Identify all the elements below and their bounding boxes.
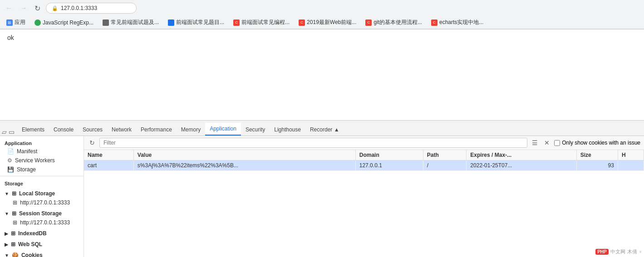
bookmarks-bar: ⊞ 应用 JavaScript RegExp... 常见前端面试题及... 前端… <box>0 16 644 29</box>
local-http-icon: ⊞ <box>13 199 17 206</box>
jsregexp-icon <box>34 19 41 26</box>
tab-console[interactable]: Console <box>49 124 78 136</box>
bookmark-jsregexp[interactable]: JavaScript RegExp... <box>32 19 96 27</box>
table-row[interactable]: cart s%3Aj%3A%7B%22items%22%3A%5B... 127… <box>84 160 644 171</box>
sidebar-group-local-storage-title[interactable]: ▼ ⊞ Local Storage <box>0 189 84 198</box>
sidebar-group-indexeddb: ▶ ⊞ IndexedDB <box>0 229 84 238</box>
tab-lighthouse[interactable]: Lighthouse <box>270 124 305 136</box>
cookies-group-icon: 🍪 <box>12 252 19 257</box>
tab-recorder[interactable]: Recorder ▲ <box>305 124 344 136</box>
only-issues-checkbox[interactable] <box>554 140 560 146</box>
web2019-icon: C <box>299 19 305 26</box>
indexeddb-icon: ⊞ <box>11 230 15 237</box>
session-http-icon: ⊞ <box>13 219 17 226</box>
sidebar-item-manifest[interactable]: 📄 Manifest <box>0 147 84 156</box>
col-expires[interactable]: Expires / Max-... <box>467 150 576 160</box>
session-storage-label: Session Storage <box>19 210 62 217</box>
websql-icon: ⊞ <box>11 241 15 247</box>
table-header-row: Name Value Domain Path Expires / Max-...… <box>84 150 644 160</box>
cell-path: / <box>423 160 467 171</box>
col-name[interactable]: Name <box>84 150 133 160</box>
forward-button[interactable]: → <box>18 3 29 13</box>
sidebar-item-storage-top[interactable]: 💾 Storage <box>0 165 84 174</box>
websql-expand-icon: ▶ <box>5 242 8 247</box>
lock-icon: 🔒 <box>52 5 58 11</box>
col-size[interactable]: Size <box>576 150 618 160</box>
inspect-icon[interactable]: ▱ <box>2 128 7 136</box>
page-content: ok <box>0 29 644 120</box>
sidebar-section-application: Application <box>0 138 84 147</box>
filter-input[interactable] <box>99 138 527 148</box>
local-storage-expand-icon: ▼ <box>5 191 9 196</box>
tab-application[interactable]: Application <box>205 123 241 136</box>
filter-settings-button[interactable]: ☰ <box>530 138 540 147</box>
col-path[interactable]: Path <box>423 150 467 160</box>
tab-security[interactable]: Security <box>241 124 270 136</box>
sidebar-item-local-http[interactable]: ⊞ http://127.0.0.1:3333 <box>0 198 84 207</box>
git-icon: C <box>365 19 372 26</box>
bookmark-interview2[interactable]: 前端面试常见题目... <box>165 18 227 27</box>
sidebar: Application 📄 Manifest ⚙ Service Workers… <box>0 136 84 257</box>
page-ok-text: ok <box>7 34 14 41</box>
storage-top-icon: 💾 <box>7 166 14 173</box>
tab-performance[interactable]: Performance <box>136 124 177 136</box>
sidebar-item-storage-label: Storage <box>17 166 36 173</box>
col-value[interactable]: Value <box>133 150 355 160</box>
bookmark-apps[interactable]: ⊞ 应用 <box>4 18 28 27</box>
bookmark-interview3-label: 前端面试常见编程... <box>241 19 290 26</box>
bookmark-web2019-label: 2019最新Web前端... <box>307 19 356 26</box>
cell-h <box>618 160 644 171</box>
watermark-author: 木倩 ♀ <box>627 248 642 255</box>
cell-name: cart <box>84 160 133 171</box>
nav-bar: ← → ↻ 🔒 127.0.0.1:3333 <box>0 0 644 16</box>
tab-elements[interactable]: Elements <box>17 124 49 136</box>
watermark: PHP 中文网 木倩 ♀ <box>595 248 642 255</box>
filter-bar: ↻ ☰ ✕ Only show cookies with an issue <box>84 136 644 150</box>
sidebar-section-storage: Storage <box>0 178 84 187</box>
refresh-cookies-button[interactable]: ↻ <box>88 138 97 147</box>
bookmark-web2019[interactable]: C 2019最新Web前端... <box>296 18 359 27</box>
watermark-site: 中文网 <box>610 248 625 255</box>
session-storage-expand-icon: ▼ <box>5 211 9 216</box>
address-bar[interactable]: 🔒 127.0.0.1:3333 <box>46 3 137 14</box>
websql-label: Web SQL <box>18 241 42 247</box>
sidebar-group-cookies-title[interactable]: ▼ 🍪 Cookies <box>0 251 84 257</box>
col-h[interactable]: H <box>618 150 644 160</box>
cell-expires: 2022-01-25T07... <box>467 160 576 171</box>
bookmark-git-label: git的基本使用流程... <box>374 19 422 26</box>
bookmark-git[interactable]: C git的基本使用流程... <box>363 18 425 27</box>
sidebar-item-manifest-label: Manifest <box>17 148 37 155</box>
interview3-icon: C <box>233 19 240 26</box>
bookmark-echarts[interactable]: C echarts实现中地... <box>428 18 486 27</box>
service-workers-icon: ⚙ <box>7 157 12 164</box>
device-icon[interactable]: ▭ <box>9 128 15 136</box>
cell-size: 93 <box>576 160 618 171</box>
only-issues-label: Only show cookies with an issue <box>562 140 640 146</box>
sidebar-item-session-http[interactable]: ⊞ http://127.0.0.1:3333 <box>0 218 84 227</box>
interview2-icon <box>168 19 174 26</box>
devtools-tabbar: ▱ ▭ Elements Console Sources Network Per… <box>0 121 644 136</box>
echarts-icon: C <box>431 19 438 26</box>
tab-sources[interactable]: Sources <box>78 124 107 136</box>
bookmark-interview3[interactable]: C 前端面试常见编程... <box>231 18 292 27</box>
clear-filter-button[interactable]: ✕ <box>542 138 551 147</box>
tab-network[interactable]: Network <box>107 124 136 136</box>
col-domain[interactable]: Domain <box>355 150 423 160</box>
devtools-panel: ▱ ▭ Elements Console Sources Network Per… <box>0 120 644 257</box>
refresh-button[interactable]: ↻ <box>33 3 42 14</box>
watermark-badge: PHP <box>595 249 609 255</box>
sidebar-item-service-workers[interactable]: ⚙ Service Workers <box>0 156 84 165</box>
bookmark-interview1[interactable]: 常见前端面试题及... <box>100 18 162 27</box>
only-issues-checkbox-label[interactable]: Only show cookies with an issue <box>554 140 640 146</box>
cell-value: s%3Aj%3A%7B%22items%22%3A%5B... <box>133 160 355 171</box>
sidebar-group-indexeddb-title[interactable]: ▶ ⊞ IndexedDB <box>0 229 84 238</box>
sidebar-item-service-workers-label: Service Workers <box>15 157 55 164</box>
url-text: 127.0.0.1:3333 <box>61 5 97 11</box>
sidebar-group-websql-title[interactable]: ▶ ⊞ Web SQL <box>0 240 84 249</box>
tab-memory[interactable]: Memory <box>177 124 205 136</box>
sidebar-group-session-storage: ▼ ⊞ Session Storage ⊞ http://127.0.0.1:3… <box>0 209 84 227</box>
back-button[interactable]: ← <box>4 3 15 13</box>
sidebar-group-session-storage-title[interactable]: ▼ ⊞ Session Storage <box>0 209 84 218</box>
indexeddb-label: IndexedDB <box>18 230 47 237</box>
apps-icon: ⊞ <box>6 19 13 26</box>
